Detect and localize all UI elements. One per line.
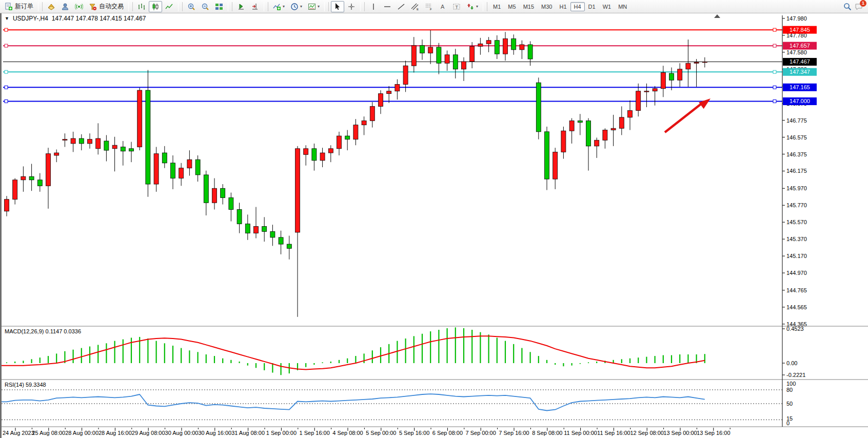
auto-scroll-button[interactable] [234,1,248,12]
svg-text:145.370: 145.370 [786,236,807,242]
chart-canvas[interactable]: 147.980147.780147.580147.380147.180146.9… [2,13,868,438]
auto-scroll-icon [237,3,245,11]
text-label-button[interactable]: T [450,1,463,12]
svg-text:4 Sep 08:00: 4 Sep 08:00 [332,430,363,436]
dropdown-caret-icon: ▾ [283,4,285,9]
time-axis[interactable]: 24 Aug 202325 Aug 08:0028 Aug 00:0028 Au… [3,428,731,436]
tile-windows-button[interactable] [212,1,226,12]
toolbar-grip [178,2,183,11]
timeframe-button-m1[interactable]: M1 [489,2,504,11]
svg-text:7 Sep 00:00: 7 Sep 00:00 [466,430,496,436]
autotrading-icon [89,3,97,11]
fibonacci-button[interactable]: F [422,1,436,12]
svg-text:-0.2221: -0.2221 [786,372,805,378]
zoom-out-button[interactable] [199,1,212,12]
timeframe-button-m30[interactable]: M30 [538,2,556,11]
timeframe-group: M1M5M15M30H1H4D1W1MN [489,2,630,11]
svg-text:147.000: 147.000 [790,98,810,104]
notification-badge: 1 [860,0,866,7]
svg-text:6 Sep 08:00: 6 Sep 08:00 [432,430,463,436]
timeframe-button-mn[interactable]: MN [615,2,630,11]
timeframe-button-m15[interactable]: M15 [520,2,538,11]
dropdown-caret-icon: ▾ [476,4,478,9]
indicators-button[interactable]: ▾ [270,1,287,12]
cursor-button[interactable] [331,1,344,12]
periods-icon [290,3,299,11]
svg-text:147.165: 147.165 [790,84,810,90]
chart-window: ▼ USDJPY-,H4 147.447 147.478 147.415 147… [0,13,868,438]
trendline-button[interactable] [394,1,408,12]
zoom-in-button[interactable] [185,1,198,12]
svg-text:12 Sep 08:00: 12 Sep 08:00 [630,430,663,436]
svg-text:F: F [430,8,432,11]
navigator-icon [61,3,69,11]
zoom-out-icon [201,3,209,11]
line-chart-button[interactable] [163,1,176,12]
notifications-button[interactable]: 1 [855,3,863,11]
crosshair-icon [347,3,356,11]
toolbar-grip [483,2,487,11]
signals-button[interactable] [72,1,86,12]
svg-text:145.170: 145.170 [786,253,807,259]
chart-shift-button[interactable] [248,1,262,12]
timeframe-button-h4[interactable]: H4 [570,2,585,11]
svg-text:146.775: 146.775 [786,117,807,124]
text-button[interactable]: A [436,1,449,12]
equidistant-channel-button[interactable]: E [408,1,422,12]
svg-text:144.970: 144.970 [786,270,807,276]
bar-chart-icon [137,3,146,11]
cursor-icon [333,3,342,11]
svg-text:5 Sep 00:00: 5 Sep 00:00 [366,430,396,436]
svg-text:144.565: 144.565 [786,304,807,310]
rsi-label: RSI(14) 59.3348 [5,382,46,388]
templates-button[interactable]: ▾ [305,1,322,12]
timeframe-button-w1[interactable]: W1 [599,2,615,11]
macd-pane[interactable]: MACD(12,26,9) 0.1147 0.03360.45230.00-0.… [2,326,805,378]
svg-text:1 Sep 00:00: 1 Sep 00:00 [266,430,297,436]
dropdown-caret-icon: ▾ [300,4,302,9]
arrows-tool-icon [466,3,475,11]
chart-shift-marker-icon[interactable] [714,14,720,18]
autotrading-button[interactable]: 自动交易 [86,1,126,12]
market-watch-button[interactable] [45,1,58,12]
svg-text:147.657: 147.657 [790,43,810,49]
zoom-in-icon [187,3,195,11]
navigator-button[interactable] [58,1,72,12]
toolbar-grip [360,2,365,11]
svg-text:31 Aug 08:00: 31 Aug 08:00 [231,430,265,436]
new-order-button[interactable]: 新订单 [2,1,36,12]
svg-text:5 Sep 16:00: 5 Sep 16:00 [399,430,429,436]
svg-text:147.845: 147.845 [790,27,810,33]
svg-text:24 Aug 2023: 24 Aug 2023 [3,430,34,436]
vertical-line-button[interactable] [367,1,380,12]
svg-text:147.467: 147.467 [790,58,810,65]
svg-text:1 Sep 16:00: 1 Sep 16:00 [300,430,330,436]
horizontal-line-button[interactable] [381,1,394,12]
periods-button[interactable]: ▾ [288,1,305,12]
chart-menu-icon[interactable]: ▼ [5,16,9,21]
horizontal-level-lines[interactable] [3,28,782,103]
svg-text:144.765: 144.765 [786,287,807,293]
text-label-icon: T [452,3,461,11]
candlestick-chart-button[interactable] [149,1,162,12]
timeframe-button-d1[interactable]: D1 [585,2,599,11]
svg-text:7 Sep 16:00: 7 Sep 16:00 [499,430,529,436]
annotation-arrow[interactable] [665,98,711,132]
search-icon[interactable] [843,3,852,11]
svg-text:28 Aug 16:00: 28 Aug 16:00 [98,430,132,436]
dropdown-caret-icon: ▾ [318,4,320,9]
crosshair-button[interactable] [345,1,358,12]
timeframe-button-m5[interactable]: M5 [504,2,519,11]
svg-text:100: 100 [786,381,796,387]
timeframe-button-h1[interactable]: H1 [556,2,570,11]
bar-chart-button[interactable] [135,1,148,12]
svg-text:146.375: 146.375 [786,151,807,157]
arrows-tool-button[interactable]: ▾ [464,1,481,12]
svg-text:147.580: 147.580 [786,49,807,55]
svg-text:0: 0 [786,420,790,426]
chart-title-bar: ▼ USDJPY-,H4 147.447 147.478 147.415 147… [5,15,146,22]
macd-label: MACD(12,26,9) 0.1147 0.0336 [5,328,81,334]
svg-text:11 Sep 16:00: 11 Sep 16:00 [597,430,630,436]
svg-text:30 Aug 16:00: 30 Aug 16:00 [198,430,231,436]
rsi-pane[interactable]: RSI(14) 59.33481008050150 [2,381,796,426]
